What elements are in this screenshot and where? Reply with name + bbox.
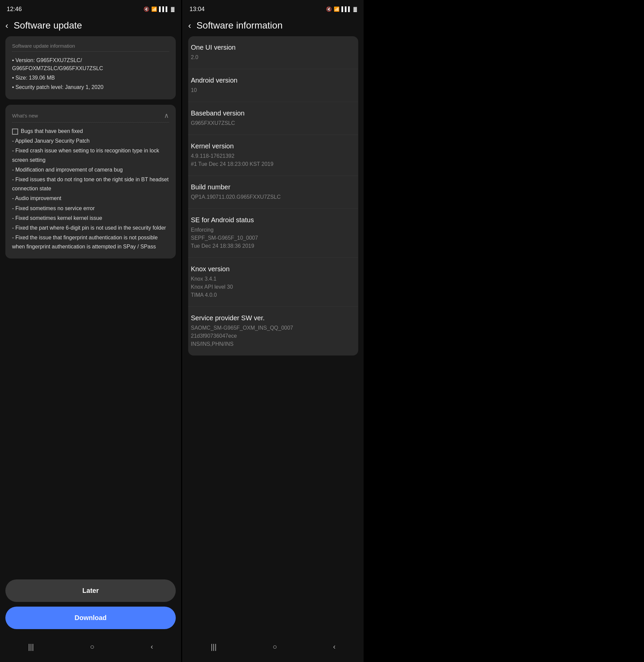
right-mute-icon: 🔇 [326,6,332,12]
info-section-value: Knox 3.4.1 Knox API level 30 TIMA 4.0.0 [191,275,355,299]
left-status-time: 12:46 [7,6,22,13]
right-nav-bar: ‹ Software information [183,17,364,36]
info-section-value: SAOMC_SM-G965F_OXM_INS_QQ_0007 21d3f9073… [191,324,355,348]
info-section-item: Android version10 [188,69,358,102]
changelog-item: - Fixed sometimes kernel kernel issue [12,214,169,223]
info-section-label: Kernel version [191,142,355,150]
right-back-button[interactable]: ‹ [188,21,191,31]
left-status-icons: 🔇 📶 ▌▌▌ ▓ [143,6,175,12]
left-page-title: Software update [14,20,82,31]
changelog-item: - Applied January Security Patch [12,136,169,145]
info-section-item: Knox versionKnox 3.4.1 Knox API level 30… [188,258,358,307]
right-menu-icon[interactable]: ||| [203,640,225,654]
mute-icon: 🔇 [143,6,149,12]
right-phone-screen: 13:04 🔇 📶 ▌▌▌ ▓ ‹ Software information O… [182,0,364,662]
info-section-label: Baseband version [191,109,355,117]
changelog-item: - Fixed issues that do not ring tone on … [12,175,169,193]
info-section-item: Service provider SW ver.SAOMC_SM-G965F_O… [188,307,358,355]
info-section-value: Enforcing SEPF_SM-G965F_10_0007 Tue Dec … [191,226,355,250]
right-signal-icon: ▌▌▌ [342,6,351,12]
left-phone-screen: 12:46 🔇 📶 ▌▌▌ ▓ ‹ Software update Softwa… [0,0,181,662]
left-bottom-nav: ||| ○ ‹ [0,635,181,662]
download-button[interactable]: Download [5,606,176,629]
right-home-icon[interactable]: ○ [264,640,285,654]
left-status-bar: 12:46 🔇 📶 ▌▌▌ ▓ [0,0,181,17]
button-area: Later Download [0,573,181,635]
version-info: • Version: G965FXXU7ZSLC/ G965FOXM7ZSLC/… [12,57,169,72]
info-section-value: 2.0 [191,53,355,62]
right-back-nav-icon[interactable]: ‹ [325,640,343,654]
wifi-icon: 📶 [151,6,157,12]
info-section-label: Build number [191,183,355,191]
menu-icon[interactable]: ||| [20,640,42,654]
changelog-item: - Modification and improvement of camera… [12,165,169,174]
update-info-section-title: Software update information [12,43,169,52]
whats-new-header: What's new ∧ [12,111,169,123]
changelog-item: - Fixed the issue that fingerprint authe… [12,233,169,251]
info-section-value: 4.9.118-17621392 #1 Tue Dec 24 18:23:00 … [191,152,355,168]
info-section-value: G965FXXU7ZSLC [191,119,355,127]
info-section-value: 10 [191,86,355,94]
later-button[interactable]: Later [5,579,176,602]
chevron-up-icon[interactable]: ∧ [164,111,169,119]
right-status-icons: 🔇 📶 ▌▌▌ ▓ [326,6,357,12]
changelog-item: - Fixed sometimes no service error [12,204,169,213]
info-section-item: Kernel version4.9.118-17621392 #1 Tue De… [188,135,358,176]
changelog-item: - Audio improvement [12,194,169,203]
size-info: • Size: 139.06 MB [12,74,169,82]
info-section-value: QP1A.190711.020.G965FXXU7ZSLC [191,193,355,201]
changelog-item: - Fixed crash issue when setting to iris… [12,146,169,164]
left-back-button[interactable]: ‹ [5,21,8,31]
changelog-item: - Fixed the part where 6-digit pin is no… [12,223,169,232]
right-page-title: Software information [197,20,283,31]
battery-icon: ▓ [171,6,175,12]
info-section-label: Service provider SW ver. [191,314,355,322]
whats-new-card: What's new ∧ Bugs that have been fixed -… [5,105,176,259]
right-status-bar: 13:04 🔇 📶 ▌▌▌ ▓ [183,0,364,17]
security-info: • Security patch level: January 1, 2020 [12,83,169,91]
changelog-item: Bugs that have been fixed [12,127,169,136]
right-battery-icon: ▓ [353,6,357,12]
update-info-card: Software update information • Version: G… [5,36,176,100]
software-info-card: One UI version2.0Android version10Baseba… [188,36,358,355]
changelog-content: Bugs that have been fixed - Applied Janu… [12,127,169,251]
info-section-item: One UI version2.0 [188,36,358,69]
home-icon[interactable]: ○ [82,640,102,654]
whats-new-title: What's new [12,113,38,118]
back-nav-icon[interactable]: ‹ [142,640,161,654]
info-section-label: SE for Android status [191,216,355,224]
info-section-item: Build numberQP1A.190711.020.G965FXXU7ZSL… [188,176,358,209]
info-section-item: Baseband versionG965FXXU7ZSLC [188,102,358,135]
right-bottom-nav: ||| ○ ‹ [183,635,364,662]
right-status-time: 13:04 [189,6,205,13]
left-nav-bar: ‹ Software update [0,17,181,36]
info-section-label: One UI version [191,44,355,51]
right-wifi-icon: 📶 [334,6,340,12]
info-section-item: SE for Android statusEnforcing SEPF_SM-G… [188,209,358,258]
signal-icon: ▌▌▌ [159,6,169,12]
left-content: Software update information • Version: G… [0,36,181,573]
info-section-label: Android version [191,76,355,84]
info-section-label: Knox version [191,265,355,273]
